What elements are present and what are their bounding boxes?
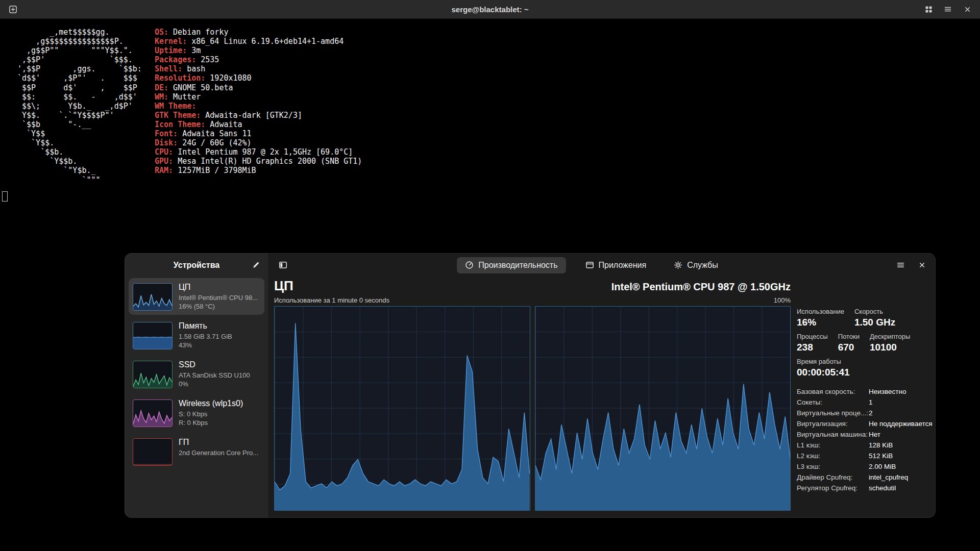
detail-row: Виртуализация:Не поддерживается bbox=[797, 418, 928, 429]
device-detail: Intel® Pentium® CPU 98... bbox=[179, 293, 258, 302]
close-icon bbox=[918, 261, 926, 269]
neofetch-label: Shell: bbox=[155, 64, 182, 73]
tab-overview-button[interactable] bbox=[921, 2, 936, 17]
handles-value: 10100 bbox=[870, 342, 910, 353]
new-tab-button[interactable] bbox=[5, 2, 20, 17]
panel-toggle-icon bbox=[279, 261, 287, 269]
neofetch-label: DE: bbox=[155, 83, 168, 92]
neofetch-value: 3m bbox=[191, 46, 201, 55]
applications-icon bbox=[585, 261, 594, 269]
detail-row: Виртуальные проце...:2 bbox=[797, 408, 928, 418]
detail-row: Виртуальная машина:Нет bbox=[797, 429, 928, 440]
neofetch-value: Adwaita Sans 11 bbox=[182, 129, 251, 138]
neofetch-label: RAM: bbox=[155, 166, 173, 175]
neofetch-label: GPU: bbox=[155, 157, 173, 166]
terminal-title: serge@blacktablet: ~ bbox=[452, 5, 529, 14]
handles-label: Дескрипторы bbox=[870, 333, 910, 340]
device-detail: 43% bbox=[179, 341, 232, 349]
neofetch-label: Uptime: bbox=[155, 46, 187, 55]
tab-label: Приложения bbox=[599, 261, 647, 270]
device-detail: ATA SanDisk SSD U100 bbox=[179, 371, 250, 380]
neofetch-value: 24G / 60G (42%) bbox=[182, 138, 251, 147]
device-detail: R: 0 Kbps bbox=[179, 418, 243, 427]
detail-row: L3 кэш:2.00 MiB bbox=[797, 461, 928, 472]
cpu-graph-section: ЦП Intel® Pentium® CPU 987 @ 1.50GHz Исп… bbox=[274, 278, 791, 511]
page-title: ЦП bbox=[274, 278, 293, 294]
cpu-stats-panel: Использование 16% Скорость 1.50 GHz Проц… bbox=[797, 278, 928, 511]
threads-label: Потоки bbox=[838, 333, 860, 340]
neofetch-value: Adwaita-dark [GTK2/3] bbox=[205, 111, 302, 120]
ssd-mini-graph bbox=[133, 361, 173, 388]
memory-mini-graph bbox=[133, 322, 173, 349]
device-name: ГП bbox=[179, 438, 258, 447]
monitor-close-button[interactable] bbox=[913, 257, 930, 274]
monitor-main-pane: Производительность Приложения bbox=[269, 253, 936, 518]
graph-max-label: 100% bbox=[774, 296, 791, 304]
tab-services[interactable]: Службы bbox=[666, 257, 726, 273]
cpu-details-list: Базовая скорость:Неизвестно Сокеты:1 Вир… bbox=[797, 386, 928, 493]
sidebar-item-ssd[interactable]: SSD ATA SanDisk SSD U100 0% bbox=[129, 356, 264, 392]
cpu-core2-usage-graph bbox=[535, 306, 791, 511]
speed-label: Скорость bbox=[854, 308, 895, 315]
tab-label: Службы bbox=[687, 261, 718, 270]
detail-row: Регулятор Cpufreq:schedutil bbox=[797, 483, 928, 493]
graph-caption: Использование за 1 minute 0 seconds bbox=[274, 296, 389, 304]
sidebar-item-wireless[interactable]: Wireless (wlp1s0) S: 0 Kbps R: 0 Kbps bbox=[129, 394, 264, 431]
detail-row: Драйвер Cpufreq:intel_cpufreq bbox=[797, 472, 928, 483]
neofetch-label: OS: bbox=[155, 28, 168, 37]
terminal-cursor bbox=[2, 191, 8, 202]
edit-devices-button[interactable] bbox=[247, 256, 264, 273]
neofetch-value: 2535 bbox=[201, 55, 219, 64]
detail-row: Базовая скорость:Неизвестно bbox=[797, 386, 928, 397]
view-tabs: Производительность Приложения bbox=[296, 257, 888, 273]
neofetch-value: 1257MiB / 3798MiB bbox=[178, 166, 256, 175]
debian-ascii-logo: _,met$$$$$gg. ,g$$$$$$$$$$$$$$$P. ,g$$P"… bbox=[17, 28, 142, 185]
cpu-model-name: Intel® Pentium® CPU 987 @ 1.50GHz bbox=[611, 281, 791, 293]
sidebar-item-cpu[interactable]: ЦП Intel® Pentium® CPU 98... 16% (58 °C) bbox=[129, 278, 264, 315]
uptime-value: 00:00:05:41 bbox=[797, 367, 850, 378]
neofetch-value: Mesa Intel(R) HD Graphics 2000 (SNB GT1) bbox=[178, 157, 362, 166]
neofetch-label: Kernel: bbox=[155, 37, 187, 46]
terminal-close-button[interactable] bbox=[960, 2, 975, 17]
tab-performance[interactable]: Производительность bbox=[457, 257, 566, 273]
device-name: Память bbox=[179, 321, 232, 331]
tab-applications[interactable]: Приложения bbox=[577, 257, 655, 273]
neofetch-label: CPU: bbox=[155, 147, 173, 157]
uptime-label: Время работы bbox=[797, 358, 850, 365]
hamburger-icon bbox=[944, 5, 952, 13]
device-name: Wireless (wlp1s0) bbox=[179, 399, 243, 408]
detail-row: L1 кэш:128 KiB bbox=[797, 440, 928, 450]
device-detail: 0% bbox=[179, 380, 250, 388]
close-icon bbox=[964, 6, 971, 13]
devices-sidebar: Устройства ЦП Intel® Pentium® CPU 98... … bbox=[125, 253, 269, 518]
performance-view: ЦП Intel® Pentium® CPU 987 @ 1.50GHz Исп… bbox=[269, 277, 936, 518]
neofetch-value: x86_64 Linux 6.19.6+deb14+1-amd64 bbox=[191, 37, 344, 46]
sidebar-item-memory[interactable]: Память 1.58 GiB 3.71 GiB 43% bbox=[129, 317, 264, 354]
new-tab-icon bbox=[9, 5, 17, 14]
neofetch-value: Intel Pentium 987 @ 2x 1,5GHz [69.0°C] bbox=[178, 147, 353, 157]
device-detail: 1.58 GiB 3.71 GiB bbox=[179, 332, 232, 341]
neofetch-value: Adwaita bbox=[210, 120, 242, 129]
neofetch-value: GNOME 50.beta bbox=[173, 83, 233, 92]
tab-label: Производительность bbox=[478, 261, 557, 270]
gpu-mini-graph bbox=[133, 438, 173, 466]
sidebar-toggle-button[interactable] bbox=[274, 257, 291, 274]
monitor-menu-button[interactable] bbox=[892, 257, 909, 274]
neofetch-label: Font: bbox=[155, 129, 178, 138]
processes-label: Процессы bbox=[797, 333, 828, 340]
neofetch-label: Icon Theme: bbox=[155, 120, 205, 129]
neofetch-value: bash bbox=[187, 64, 205, 73]
usage-value: 16% bbox=[797, 317, 844, 328]
device-name: SSD bbox=[179, 360, 250, 369]
neofetch-label: Disk: bbox=[155, 138, 178, 147]
terminal-headerbar: serge@blacktablet: ~ bbox=[0, 0, 980, 19]
speed-value: 1.50 GHz bbox=[854, 317, 895, 328]
services-gear-icon bbox=[674, 261, 682, 269]
wireless-mini-graph bbox=[133, 399, 173, 427]
terminal-menu-button[interactable] bbox=[940, 2, 955, 17]
neofetch-label: Resolution: bbox=[155, 73, 205, 83]
device-detail: 16% (58 °C) bbox=[179, 302, 258, 311]
neofetch-label: GTK Theme: bbox=[155, 111, 201, 120]
sidebar-item-gpu[interactable]: ГП 2nd Generation Core Pro... bbox=[129, 433, 264, 470]
detail-row: Сокеты:1 bbox=[797, 397, 928, 408]
